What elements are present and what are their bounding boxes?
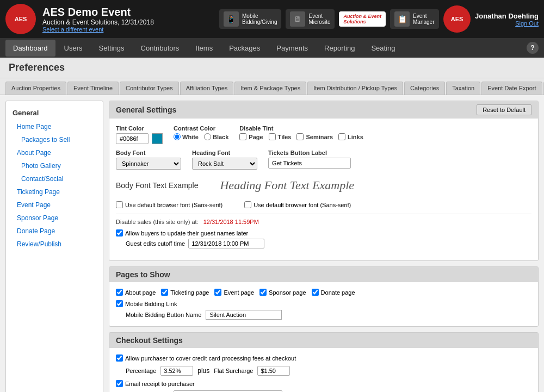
general-settings-card: General Settings Reset to Default Tint C… xyxy=(109,101,539,261)
page-title: Preferences xyxy=(9,62,535,73)
contrast-white-option[interactable]: White xyxy=(174,133,199,140)
tab-contributor-types[interactable]: Contributor Types xyxy=(120,82,179,95)
sidebar-item-photo-gallery[interactable]: Photo Gallery xyxy=(6,159,103,172)
sign-out-link[interactable]: Sign Out xyxy=(475,20,539,27)
general-settings-header: General Settings Reset to Default xyxy=(109,101,538,119)
mobile-bidding-icon-btn[interactable]: 📱 MobileBidding/Giving xyxy=(219,9,281,29)
reset-to-default-button[interactable]: Reset to Default xyxy=(477,104,531,115)
event-page-checkbox[interactable] xyxy=(214,289,221,296)
email-receipt-checkbox[interactable] xyxy=(116,380,123,387)
guest-cutoff-label: Guest edits cutoff time xyxy=(126,240,185,247)
ticketing-page-checkbox[interactable] xyxy=(161,289,168,296)
allow-purchaser-check[interactable]: Allow purchaser to cover credit card pro… xyxy=(116,354,531,362)
default-browser-body-checkbox[interactable] xyxy=(116,201,123,208)
header-right: 📱 MobileBidding/Giving 🖥 EventMicrosite … xyxy=(219,5,539,33)
tab-event-date-export[interactable]: Event Date Export xyxy=(481,82,542,95)
user-avatar: AES xyxy=(443,5,471,33)
nav-dashboard[interactable]: Dashboard xyxy=(5,40,55,57)
percentage-input[interactable] xyxy=(160,366,193,376)
disable-seminars-check[interactable]: Seminars xyxy=(296,133,333,140)
contrast-white-radio[interactable] xyxy=(174,133,181,140)
contrast-radio-group: White Black xyxy=(174,133,228,140)
nav-reporting[interactable]: Reporting xyxy=(317,40,362,57)
tab-item-distribution[interactable]: Item Distribution / Pickup Types xyxy=(307,82,403,95)
sponsor-page-check[interactable]: Sponsor page xyxy=(259,289,306,296)
flat-surcharge-input[interactable] xyxy=(257,366,290,376)
general-settings-title: General Settings xyxy=(116,105,176,114)
disable-links-checkbox[interactable] xyxy=(338,133,345,140)
ticketing-page-check[interactable]: Ticketing page xyxy=(161,289,209,296)
sponsor-page-label: Sponsor page xyxy=(269,289,306,296)
disable-page-check[interactable]: Page xyxy=(239,133,263,140)
tab-taxation[interactable]: Taxation xyxy=(446,82,480,95)
settings-area: General Settings Reset to Default Tint C… xyxy=(109,101,539,392)
about-page-check[interactable]: About page xyxy=(116,289,156,296)
event-manager-icon-btn[interactable]: 📋 EventManager xyxy=(390,9,439,29)
default-browser-body-check[interactable]: Use default browser font (Sans-serif) xyxy=(116,201,222,208)
sidebar-item-event-page[interactable]: Event Page xyxy=(6,198,103,211)
select-event-link[interactable]: Select a different event xyxy=(42,26,154,33)
allow-buyers-check[interactable]: Allow buyers to update their guest names… xyxy=(116,229,248,237)
app-logo: AES xyxy=(5,4,36,34)
checkout-settings-header: Checkout Settings xyxy=(109,333,538,348)
sidebar-item-donate-page[interactable]: Donate Page xyxy=(6,225,103,238)
mobile-bidding-check[interactable]: Mobile Bidding Link xyxy=(116,300,531,307)
guest-cutoff-input[interactable] xyxy=(188,239,264,248)
nav-packages[interactable]: Packages xyxy=(221,40,268,57)
sponsor-page-checkbox[interactable] xyxy=(259,289,267,296)
mobile-bidding-checkbox[interactable] xyxy=(116,300,123,307)
nav-seating[interactable]: Seating xyxy=(363,40,403,57)
heading-font-group: Heading Font Rock Salt xyxy=(192,150,257,170)
tab-categories[interactable]: Categories xyxy=(404,82,445,95)
tab-auction-properties[interactable]: Auction Properties xyxy=(5,82,66,95)
tab-event-timeline[interactable]: Event Timeline xyxy=(67,82,119,95)
body-font-example: Body Font Text Example xyxy=(116,181,198,190)
allow-buyers-checkbox[interactable] xyxy=(116,229,123,237)
checkout-settings-title: Checkout Settings xyxy=(116,336,183,345)
nav-payments[interactable]: Payments xyxy=(269,40,316,57)
contrast-black-option[interactable]: Black xyxy=(204,133,228,140)
disable-page-checkbox[interactable] xyxy=(239,133,246,140)
tint-color-swatch[interactable] xyxy=(152,133,163,144)
sidebar-item-homepage[interactable]: Home Page xyxy=(6,120,103,133)
allow-purchaser-checkbox[interactable] xyxy=(116,354,123,362)
default-browser-heading-check[interactable]: Use default browser font (Sans-serif) xyxy=(244,201,351,208)
allow-buyers-label: Allow buyers to update their guest names… xyxy=(125,230,248,237)
tab-affiliation-types[interactable]: Affiliation Types xyxy=(180,82,234,95)
about-page-checkbox[interactable] xyxy=(116,289,123,296)
mobile-bidding-label: MobileBidding/Giving xyxy=(242,13,277,25)
nav-settings[interactable]: Settings xyxy=(91,40,132,57)
sidebar-item-ticketing-page[interactable]: Ticketing Page xyxy=(6,185,103,198)
disable-seminars-checkbox[interactable] xyxy=(296,133,304,140)
disable-tiles-checkbox[interactable] xyxy=(269,133,276,140)
disable-links-check[interactable]: Links xyxy=(338,133,363,140)
default-browser-heading-checkbox[interactable] xyxy=(244,201,251,208)
tab-item-package-types[interactable]: Item & Package Types xyxy=(234,82,306,95)
tickets-button-input[interactable] xyxy=(268,158,351,169)
nav-users[interactable]: Users xyxy=(57,40,90,57)
body-font-select[interactable]: Spinnaker xyxy=(116,158,181,170)
donate-page-check[interactable]: Donate page xyxy=(312,289,355,296)
disable-tiles-check[interactable]: Tiles xyxy=(269,133,292,140)
sidebar-item-sponsor-page[interactable]: Sponsor Page xyxy=(6,211,103,225)
email-receipt-check[interactable]: Email receipt to purchaser xyxy=(116,380,531,387)
sidebar-item-about-page[interactable]: About Page xyxy=(6,146,103,159)
sidebar-item-contact-social[interactable]: Contact/Social xyxy=(6,172,103,185)
mobile-bidding-button-input[interactable] xyxy=(206,310,282,320)
sidebar-section-general: General xyxy=(6,105,103,120)
sidebar-item-review-publish[interactable]: Review/Publish xyxy=(6,238,103,251)
sidebar-item-packages-to-sell[interactable]: Packages to Sell xyxy=(6,133,103,146)
contrast-black-radio[interactable] xyxy=(204,133,211,140)
donate-page-checkbox[interactable] xyxy=(312,289,319,296)
nav-contributors[interactable]: Contributors xyxy=(133,40,187,57)
event-microsite-icon-btn[interactable]: 🖥 EventMicrosite xyxy=(286,9,335,29)
help-button[interactable]: ? xyxy=(527,42,539,54)
tint-color-input[interactable] xyxy=(116,133,149,144)
pages-to-show-card: Pages to Show About page Ticketing page … xyxy=(109,266,539,327)
sidebar: General Home Page Packages to Sell About… xyxy=(5,101,103,392)
tint-contrast-row: Tint Color Contrast Color White xyxy=(116,125,531,144)
event-page-check[interactable]: Event page xyxy=(214,289,254,296)
user-info-block: Jonathan Doehling Sign Out xyxy=(475,12,539,27)
heading-font-select[interactable]: Rock Salt xyxy=(192,158,257,170)
nav-items[interactable]: Items xyxy=(188,40,220,57)
